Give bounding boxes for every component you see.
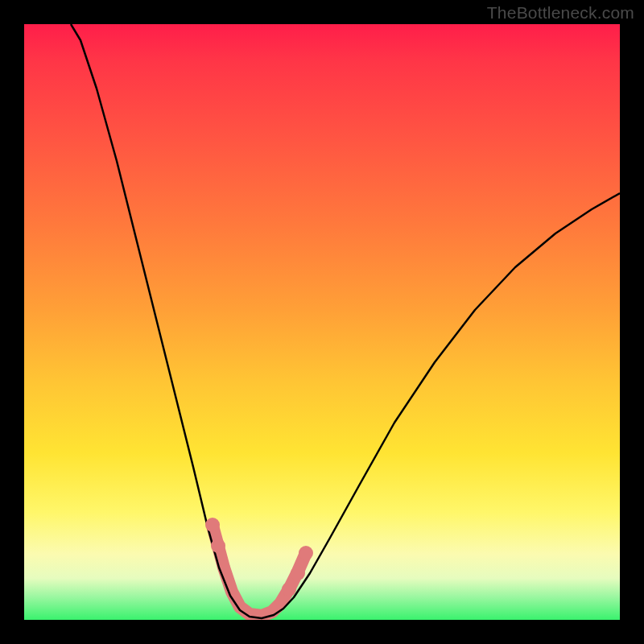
highlight-marker [211, 539, 225, 553]
chart-container: TheBottleneck.com [0, 0, 644, 644]
highlight-marker [282, 582, 296, 597]
bottleneck-curve-path [71, 24, 620, 618]
watermark-label: TheBottleneck.com [487, 3, 634, 23]
highlight-band-path [213, 526, 306, 616]
marker-group [205, 518, 313, 597]
highlight-marker [205, 518, 220, 532]
main-curve-group [71, 24, 620, 618]
highlight-marker [291, 566, 305, 580]
highlight-marker [299, 546, 313, 560]
plot-area [24, 24, 620, 620]
curve-svg [24, 24, 620, 620]
highlight-band-group [213, 526, 306, 616]
